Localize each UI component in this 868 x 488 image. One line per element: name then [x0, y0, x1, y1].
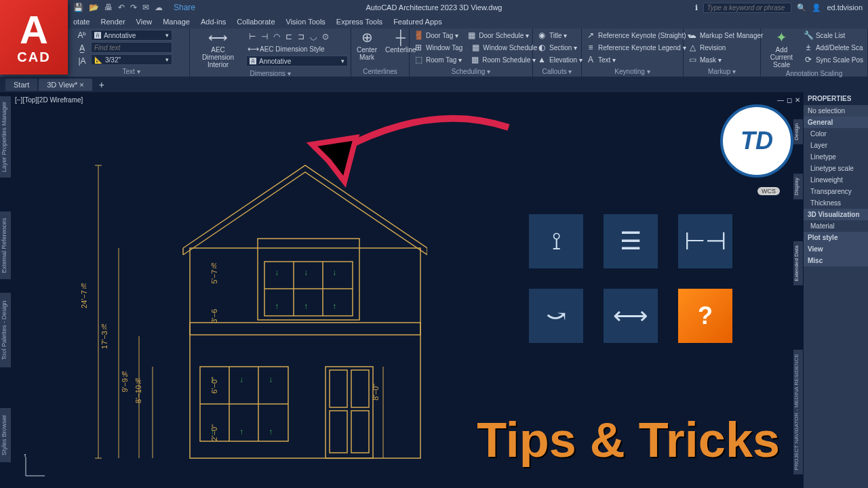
- tab-express[interactable]: Express Tools: [336, 18, 382, 26]
- aec-dimension-button[interactable]: ⟷AEC Dimension Interior: [193, 30, 243, 68]
- prop-material[interactable]: Material: [804, 220, 868, 232]
- maximize-icon[interactable]: ◻: [787, 96, 792, 104]
- tile-layers: ☰: [604, 214, 658, 268]
- mail-icon[interactable]: ✉: [142, 3, 149, 12]
- prop-lineweight[interactable]: Lineweight: [804, 174, 868, 186]
- sync-scale-button[interactable]: ⟳Sync Scale Pos: [802, 54, 865, 65]
- text-style-combo[interactable]: 🅰Annotative: [91, 30, 172, 41]
- title-button[interactable]: ◉Title ▾: [536, 30, 584, 41]
- wcs-badge[interactable]: WCS: [757, 187, 780, 195]
- window-schedule-button[interactable]: ▦Window Schedule: [469, 42, 538, 53]
- vtab-extended[interactable]: Extended Data: [793, 241, 803, 285]
- tab-featured[interactable]: Featured Apps: [393, 18, 442, 26]
- section-view[interactable]: View: [804, 243, 868, 255]
- key-text-button[interactable]: AText ▾: [585, 54, 692, 65]
- text-icon3[interactable]: |A: [76, 56, 88, 66]
- document-tabs: Start 3D View* × +: [0, 77, 868, 92]
- add-scale-button[interactable]: ✦Add Current Scale: [764, 30, 800, 68]
- panel-dims-title[interactable]: Dimensions ▾: [193, 68, 348, 79]
- text-scale-combo[interactable]: 📐3/32": [91, 54, 172, 65]
- section-general[interactable]: General: [804, 117, 868, 128]
- minimize-icon[interactable]: —: [777, 96, 784, 104]
- open-icon[interactable]: 📂: [89, 3, 99, 12]
- dim-style-button[interactable]: ⟷AEC Dimension Style: [246, 43, 348, 54]
- project-navigator-tab[interactable]: PROJECT NAVIGATOR - MEDINA RESIDENCE: [793, 350, 803, 474]
- svg-text:↓: ↓: [269, 375, 273, 384]
- room-tag-button[interactable]: ⬚Room Tag ▾: [412, 54, 463, 65]
- properties-selection[interactable]: No selection: [804, 105, 868, 117]
- close-vp-icon[interactable]: ✕: [795, 96, 800, 104]
- styles-browser-tab[interactable]: Styles Browser: [0, 408, 11, 462]
- close-icon[interactable]: ×: [79, 81, 83, 89]
- markup-manager-button[interactable]: ☁Markup Set Manager: [686, 30, 764, 41]
- panel-center-title: Centerlines: [354, 66, 406, 77]
- dim-anno-combo[interactable]: 🅰Annotative: [246, 56, 348, 66]
- tab-render[interactable]: Render: [100, 18, 125, 26]
- prop-transparency[interactable]: Transparency: [804, 186, 868, 197]
- cloud-icon[interactable]: ☁: [155, 3, 163, 12]
- section-misc[interactable]: Misc: [804, 255, 868, 266]
- abc-icon[interactable]: Aᵇ: [76, 30, 88, 41]
- prop-color[interactable]: Color: [804, 128, 868, 140]
- svg-rect-15: [351, 370, 369, 407]
- redo-icon[interactable]: ↷: [130, 3, 137, 12]
- drawing-area[interactable]: [−][Top][2D Wireframe] —◻✕ Layer Propert…: [0, 92, 868, 488]
- panel-markup-title[interactable]: Markup ▾: [686, 66, 757, 77]
- info-icon[interactable]: ℹ: [695, 3, 698, 12]
- center-mark-button[interactable]: ⊕Center Mark: [354, 30, 380, 61]
- share-button[interactable]: Share: [174, 3, 195, 12]
- vtab-display[interactable]: Display: [793, 174, 803, 199]
- save-icon[interactable]: 💾: [73, 3, 83, 12]
- ref-keynote-button[interactable]: ↗Reference Keynote (Straight) ▾: [585, 30, 692, 41]
- tab-3dview[interactable]: 3D View* ×: [39, 79, 92, 91]
- user-name[interactable]: ed.tdvision: [827, 3, 863, 12]
- undo-icon[interactable]: ↶: [118, 3, 125, 12]
- elevation-button[interactable]: ▲Elevation ▾: [536, 54, 584, 65]
- panel-sched-title[interactable]: Scheduling ▾: [412, 66, 530, 77]
- tab-view[interactable]: View: [136, 18, 153, 26]
- section-3dvis[interactable]: 3D Visualization: [804, 209, 868, 220]
- tab-collaborate[interactable]: Collaborate: [237, 18, 275, 26]
- prop-linetype[interactable]: Linetype: [804, 151, 868, 163]
- print-icon[interactable]: 🖶: [104, 3, 113, 12]
- xref-tab[interactable]: External References: [0, 211, 11, 279]
- tab-start[interactable]: Start: [5, 79, 37, 91]
- dim-row1[interactable]: ⊢⊣◠⊏⊐◡⊙: [246, 31, 348, 42]
- tab-visiontools[interactable]: Vision Tools: [286, 18, 326, 26]
- tool-palettes-tab[interactable]: Tool Palettes - Design: [0, 293, 11, 367]
- add-delete-scale-button[interactable]: ±Add/Delete Sca: [802, 42, 865, 53]
- prop-ltscale[interactable]: Linetype scale: [804, 163, 868, 174]
- tile-question: ?: [678, 289, 732, 343]
- prop-layer[interactable]: Layer: [804, 140, 868, 151]
- vtab-design[interactable]: Design: [793, 119, 803, 144]
- search-input[interactable]: [703, 3, 791, 13]
- find-text-input[interactable]: [91, 42, 172, 53]
- tab-manage[interactable]: Manage: [163, 18, 190, 26]
- revision-button[interactable]: △Revision: [686, 42, 764, 53]
- door-schedule-button[interactable]: ▦Door Schedule ▾: [465, 30, 530, 41]
- text-icon2[interactable]: A̲: [76, 43, 88, 54]
- section-plotstyle[interactable]: Plot style: [804, 232, 868, 243]
- panel-key-title[interactable]: Keynoting ▾: [585, 66, 680, 77]
- panel-call-title[interactable]: Callouts ▾: [536, 66, 578, 77]
- section-button[interactable]: ◐Section ▾: [536, 42, 584, 53]
- svg-text:↓: ↓: [275, 268, 279, 277]
- user-icon[interactable]: 👤: [812, 3, 821, 12]
- layer-manager-tab[interactable]: Layer Properties Manager: [0, 96, 11, 178]
- ref-keynote-legend-button[interactable]: ≡Reference Keynote Legend ▾: [585, 42, 692, 53]
- search-icon[interactable]: 🔍: [797, 3, 806, 12]
- room-schedule-button[interactable]: ▦Room Schedule ▾: [469, 54, 537, 65]
- viewport-label[interactable]: [−][Top][2D Wireframe]: [15, 96, 83, 104]
- tab-annotate[interactable]: otate: [73, 18, 90, 26]
- logo-letter: A: [20, 10, 48, 49]
- new-tab-button[interactable]: +: [94, 77, 110, 92]
- tab-addins[interactable]: Add-ins: [201, 18, 226, 26]
- mask-button[interactable]: ▭Mask ▾: [686, 54, 764, 65]
- svg-rect-14: [330, 370, 347, 407]
- window-tag-button[interactable]: ⊞Window Tag: [412, 42, 464, 53]
- door-tag-button[interactable]: 🚪Door Tag ▾: [412, 30, 460, 41]
- scale-list-button[interactable]: 🔧Scale List: [802, 30, 865, 41]
- panel-text-title[interactable]: Text ▾: [76, 66, 186, 77]
- app-logo[interactable]: A CAD: [0, 0, 68, 75]
- prop-thickness[interactable]: Thickness: [804, 197, 868, 209]
